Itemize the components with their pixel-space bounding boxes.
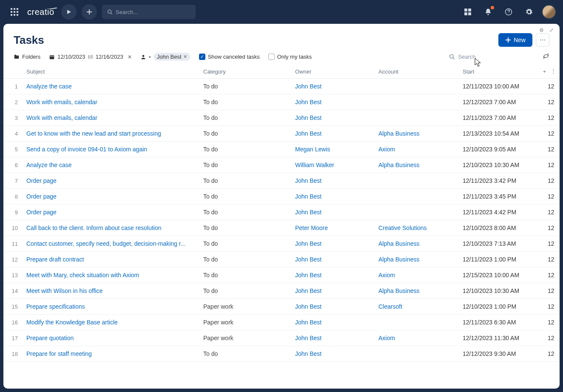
owner-link[interactable]: John Best [295, 272, 321, 278]
table-row[interactable]: 11 Contact customer, specify need, budge… [3, 236, 560, 252]
owner-link[interactable]: John Best [295, 83, 321, 90]
owner-link[interactable]: William Walker [295, 162, 334, 168]
owner-link[interactable]: John Best [295, 256, 321, 263]
apps-icon[interactable] [7, 4, 22, 20]
table-row[interactable]: 7 Order page To do John Best 12/11/2023 … [3, 173, 560, 189]
column-owner[interactable]: Owner [291, 65, 374, 79]
subject-link[interactable]: Work with emails, calendar [26, 99, 97, 105]
table-row[interactable]: 5 Send a copy of invoice 094-01 to Axiom… [3, 142, 560, 157]
table-row[interactable]: 6 Analyze the case To do William Walker … [3, 157, 560, 173]
owner-link[interactable]: John Best [295, 193, 321, 200]
list-search[interactable] [449, 54, 534, 60]
settings-icon[interactable] [521, 4, 537, 20]
date-range-filter[interactable]: 12/10/2023 till 12/16/2023 ✕ [49, 54, 131, 60]
add-column-icon[interactable]: ＋ [542, 68, 547, 75]
account-link[interactable]: Axiom [378, 335, 395, 341]
subject-link[interactable]: Meet with Wilson in his office [26, 287, 102, 294]
subject-link[interactable]: Order page [26, 193, 57, 200]
table-row[interactable]: 14 Meet with Wilson in his office To do … [3, 283, 560, 299]
panel-settings-icon[interactable]: ⚙ [537, 26, 545, 34]
account-link[interactable]: Clearsoft [378, 303, 402, 310]
table-row[interactable]: 12 Prepare draft contract To do John Bes… [3, 252, 560, 267]
account-link[interactable]: Creative Solutions [378, 224, 427, 231]
account-link[interactable]: Alpha Business [378, 287, 420, 294]
owner-filter[interactable]: ▾ John Best ✕ [140, 53, 191, 61]
remove-owner-chip-icon[interactable]: ✕ [183, 54, 187, 60]
subject-link[interactable]: Prepare for staff meeting [26, 350, 92, 357]
row-number: 2 [3, 94, 22, 110]
panel-expand-icon[interactable]: ⤢ [548, 26, 555, 34]
clear-date-icon[interactable]: ✕ [128, 54, 132, 60]
account-link[interactable]: Axiom [378, 146, 395, 153]
subject-link[interactable]: Analyze the case [26, 83, 72, 90]
avatar[interactable] [542, 5, 556, 19]
new-button[interactable]: New [498, 33, 532, 47]
column-category[interactable]: Category [199, 65, 291, 79]
play-icon[interactable] [61, 4, 77, 20]
subject-link[interactable]: Analyze the case [26, 162, 72, 168]
subject-link[interactable]: Send a copy of invoice 094-01 to Axiom a… [26, 146, 147, 153]
owner-link[interactable]: John Best [295, 350, 321, 357]
table-row[interactable]: 17 Prepare quotation Paper work John Bes… [3, 330, 560, 346]
folders-filter[interactable]: Folders [14, 54, 40, 60]
subject-link[interactable]: Order page [26, 209, 57, 216]
table-row[interactable]: 16 Modify the Knowledge Base article Pap… [3, 315, 560, 330]
subject-link[interactable]: Prepare draft contract [26, 256, 84, 263]
column-start[interactable]: Start [458, 65, 543, 79]
account-link[interactable]: Alpha Business [378, 162, 420, 168]
table-row[interactable]: 2 Work with emails, calendar To do John … [3, 94, 560, 110]
only-my-toggle[interactable]: Only my tasks [268, 54, 312, 60]
table-row[interactable]: 18 Prepare for staff meeting To do John … [3, 346, 560, 362]
table-row[interactable]: 10 Call back to the client. Inform about… [3, 220, 560, 236]
more-actions-button[interactable]: ⋯ [536, 33, 549, 47]
account-link[interactable]: Alpha Business [378, 256, 420, 263]
column-subject[interactable]: Subject [22, 65, 199, 79]
refresh-icon[interactable] [543, 53, 549, 61]
subject-link[interactable]: Order page [26, 177, 57, 184]
table-row[interactable]: 13 Meet with Mary, check situation with … [3, 267, 560, 283]
subject-link[interactable]: Modify the Knowledge Base article [26, 319, 118, 326]
table-row[interactable]: 8 Order page To do John Best 12/11/2023 … [3, 189, 560, 205]
marketplace-icon[interactable] [460, 4, 475, 20]
owner-link[interactable]: John Best [295, 130, 321, 137]
table-row[interactable]: 9 Order page To do John Best 12/11/2023 … [3, 205, 560, 220]
owner-link[interactable]: John Best [295, 319, 321, 326]
only-my-checkbox[interactable] [268, 54, 275, 60]
global-search[interactable] [102, 5, 196, 19]
subject-link[interactable]: Call back to the client. Inform about ca… [26, 224, 162, 231]
subject-link[interactable]: Meet with Mary, check situation with Axi… [26, 272, 139, 278]
show-canceled-checkbox[interactable] [199, 54, 205, 60]
account-link[interactable]: Alpha Business [378, 130, 420, 137]
owner-link[interactable]: John Best [295, 114, 321, 121]
table-row[interactable]: 1 Analyze the case To do John Best 12/11… [3, 79, 560, 94]
add-icon[interactable] [82, 4, 97, 20]
help-icon[interactable] [501, 4, 516, 20]
subject-link[interactable]: Prepare specifications [26, 303, 85, 310]
show-canceled-toggle[interactable]: Show canceled tasks [199, 54, 260, 60]
owner-link[interactable]: Peter Moore [295, 224, 328, 231]
owner-link[interactable]: John Best [295, 177, 321, 184]
subject-link[interactable]: Work with emails, calendar [26, 114, 97, 121]
table-row[interactable]: 15 Prepare specifications Paper work Joh… [3, 299, 560, 315]
owner-link[interactable]: John Best [295, 99, 321, 105]
table-row[interactable]: 4 Get to know with the new lead and star… [3, 126, 560, 142]
owner-link[interactable]: John Best [295, 209, 321, 216]
subject-link[interactable]: Get to know with the new lead and start … [26, 130, 161, 137]
list-search-input[interactable] [458, 54, 534, 60]
brand-logo[interactable]: creatio [27, 7, 54, 17]
owner-link[interactable]: John Best [295, 287, 321, 294]
column-menu-icon[interactable]: ⋮ [551, 68, 556, 75]
table-row[interactable]: 3 Work with emails, calendar To do John … [3, 110, 560, 126]
account-link[interactable]: Alpha Business [378, 240, 420, 247]
column-account[interactable]: Account [374, 65, 458, 79]
owner-chip[interactable]: John Best ✕ [154, 53, 191, 61]
owner-link[interactable]: Megan Lewis [295, 146, 330, 153]
owner-link[interactable]: John Best [295, 335, 321, 341]
owner-link[interactable]: John Best [295, 240, 321, 247]
subject-link[interactable]: Contact customer, specify need, budget, … [26, 240, 185, 247]
account-link[interactable]: Axiom [378, 272, 395, 278]
global-search-input[interactable] [116, 9, 190, 15]
notifications-icon[interactable] [481, 4, 496, 20]
owner-link[interactable]: John Best [295, 303, 321, 310]
subject-link[interactable]: Prepare quotation [26, 335, 74, 341]
